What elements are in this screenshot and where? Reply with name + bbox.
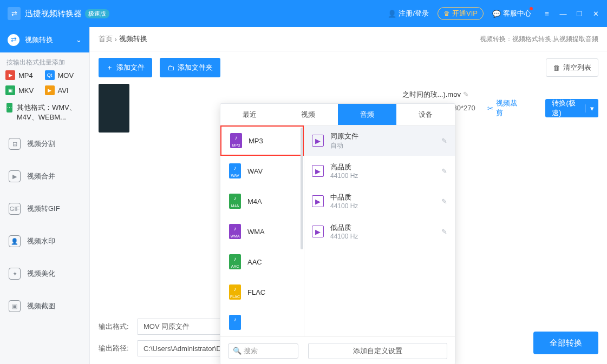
service-label: 客服中心 [503, 9, 531, 18]
convert-dropdown-icon[interactable]: ▾ [585, 104, 598, 112]
watermark-icon: 👤 [9, 235, 21, 247]
breadcrumb-home[interactable]: 首页 [99, 34, 113, 44]
convert-all-button[interactable]: 全部转换 [533, 332, 598, 354]
screenshot-icon: ▣ [9, 300, 21, 312]
app-title: 迅捷视频转换器 [25, 9, 82, 19]
file-icon [229, 315, 241, 330]
audio-format-more[interactable] [220, 307, 304, 336]
breadcrumb-current: 视频转换 [119, 34, 147, 44]
menu-button[interactable]: ≡ [543, 10, 551, 18]
minimize-button[interactable]: — [559, 10, 567, 18]
edit-icon[interactable]: ✎ [441, 137, 447, 145]
customer-service-link[interactable]: 💬 客服中心 [492, 9, 531, 18]
register-login-link[interactable]: 👤 注册/登录 [388, 9, 429, 18]
other-formats-label: 其他格式：WMV、M4V、WEBM... [17, 103, 83, 122]
quality-option[interactable]: ▶高品质44100 Hz✎ [304, 156, 455, 186]
mkv-icon: ▣ [5, 85, 15, 95]
video-icon: ▶ [312, 226, 324, 237]
open-vip-button[interactable]: ♛ 开通VIP [438, 7, 484, 20]
file-name: 之时间的玫...).mov [402, 90, 461, 98]
scissors-icon: ✂ [487, 104, 493, 112]
quality-option[interactable]: ▶同原文件自动✎ [304, 125, 455, 156]
video-icon: ▶ [312, 135, 324, 147]
audio-format-wma[interactable]: WMAWMA [220, 216, 304, 247]
format-picker-popup: 最近 视频 音频 设备 MP3MP3WAVWAVM4AM4AWMAWMAAACA… [220, 103, 455, 364]
add-custom-settings-button[interactable]: 添加自定义设置 [308, 343, 447, 359]
video-icon: ▶ [312, 195, 324, 207]
format-mp4[interactable]: ▶MP4 [5, 70, 45, 80]
convert-icon: ⇄ [8, 34, 19, 46]
sidebar-item-screenshot[interactable]: ▣视频截图 [0, 290, 89, 322]
quality-list: ▶同原文件自动✎▶高品质44100 Hz✎▶中品质44100 Hz✎▶低品质44… [304, 125, 455, 336]
m4a-file-icon: M4A [229, 194, 241, 209]
tab-recent[interactable]: 最近 [220, 104, 279, 125]
sidebar-item-video-convert[interactable]: ⇄ 视频转换 ⌄ [0, 27, 89, 52]
quality-option[interactable]: ▶低品质44100 Hz✎ [304, 216, 455, 247]
avi-icon: ▶ [45, 85, 55, 95]
format-search-input[interactable]: 🔍 搜索 [228, 343, 298, 359]
audio-format-list: MP3MP3WAVWAVM4AM4AWMAWMAAACAACFLACFLAC [220, 125, 304, 336]
tab-audio[interactable]: 音频 [338, 104, 396, 125]
sidebar-item-beautify[interactable]: ✦视频美化 [0, 257, 89, 290]
format-mkv[interactable]: ▣MKV [5, 85, 45, 95]
split-icon: ⊟ [9, 138, 21, 150]
add-file-button[interactable]: ＋添加文件 [99, 58, 152, 77]
plus-icon: ＋ [106, 63, 113, 72]
format-avi[interactable]: ▶AVI [45, 85, 84, 95]
toolbar: ＋添加文件 🗀添加文件夹 🗑清空列表 [90, 51, 607, 84]
scrollbar[interactable] [301, 128, 303, 249]
close-button[interactable]: ✕ [592, 10, 599, 18]
clear-list-button[interactable]: 🗑清空列表 [546, 58, 598, 77]
edit-icon[interactable]: ✎ [441, 167, 447, 175]
audio-format-flac[interactable]: FLACFLAC [220, 277, 304, 307]
audio-format-mp3[interactable]: MP3MP3 [220, 125, 304, 156]
edition-badge: 极速版 [85, 9, 109, 18]
sidebar-item-gif[interactable]: GIF视频转GIF [0, 193, 89, 225]
beautify-icon: ✦ [9, 268, 21, 280]
add-folder-button[interactable]: 🗀添加文件夹 [160, 58, 220, 77]
aac-file-icon: AAC [229, 254, 241, 269]
format-other[interactable]: ⋯ 其他格式：WMV、M4V、WEBM... [0, 100, 89, 128]
maximize-button[interactable]: ☐ [576, 10, 583, 18]
chat-icon: 💬 [492, 10, 501, 18]
wma-file-icon: WMA [229, 224, 241, 239]
sidebar: ⇄ 视频转换 ⌄ 按输出格式批量添加 ▶MP4 QtMOV ▣MKV ▶AVI … [0, 27, 90, 364]
output-format-label: 输出格式: [99, 322, 131, 332]
edit-name-icon[interactable]: ✎ [463, 90, 469, 98]
mp4-icon: ▶ [5, 70, 15, 80]
audio-format-aac[interactable]: AACAAC [220, 247, 304, 277]
trash-icon: 🗑 [553, 64, 560, 72]
folder-icon: 🗀 [167, 64, 174, 72]
sidebar-item-split[interactable]: ⊟视频分割 [0, 128, 89, 160]
audio-format-m4a[interactable]: M4AM4A [220, 186, 304, 216]
breadcrumb: 首页 › 视频转换 视频转换：视频格式转换,从视频提取音频 [90, 27, 607, 51]
main-panel: 首页 › 视频转换 视频转换：视频格式转换,从视频提取音频 ＋添加文件 🗀添加文… [90, 27, 607, 364]
user-icon: 👤 [388, 10, 396, 18]
gif-icon: GIF [9, 203, 21, 215]
app-logo-icon: ⇄ [8, 7, 21, 20]
video-icon: ▶ [312, 165, 324, 177]
sidebar-item-watermark[interactable]: 👤视频水印 [0, 225, 89, 257]
convert-button[interactable]: 转换(极速) ▾ [545, 99, 598, 117]
notification-dot-icon [530, 7, 533, 10]
wav-file-icon: WAV [229, 163, 241, 178]
search-icon: 🔍 [233, 347, 244, 355]
title-bar: ⇄ 迅捷视频转换器 极速版 👤 注册/登录 ♛ 开通VIP 💬 客服中心 ≡ —… [0, 0, 607, 27]
sidebar-item-merge[interactable]: ▶视频合并 [0, 160, 89, 193]
edit-icon[interactable]: ✎ [441, 228, 447, 236]
video-thumbnail[interactable] [99, 84, 129, 133]
audio-format-wav[interactable]: WAVWAV [220, 156, 304, 186]
output-path-label: 输出路径: [99, 343, 131, 353]
tab-device[interactable]: 设备 [396, 104, 455, 125]
vip-label: 开通VIP [452, 9, 478, 18]
video-clip-button[interactable]: ✂视频裁剪 [487, 98, 520, 118]
crown-icon: ♛ [443, 10, 450, 18]
quality-option[interactable]: ▶中品质44100 Hz✎ [304, 186, 455, 216]
mov-icon: Qt [45, 70, 55, 80]
chevron-right-icon: › [113, 35, 119, 43]
format-mov[interactable]: QtMOV [45, 70, 84, 80]
batch-add-caption: 按输出格式批量添加 [0, 52, 89, 70]
tab-video[interactable]: 视频 [279, 104, 337, 125]
page-description: 视频转换：视频格式转换,从视频提取音频 [480, 35, 598, 44]
edit-icon[interactable]: ✎ [441, 197, 447, 206]
